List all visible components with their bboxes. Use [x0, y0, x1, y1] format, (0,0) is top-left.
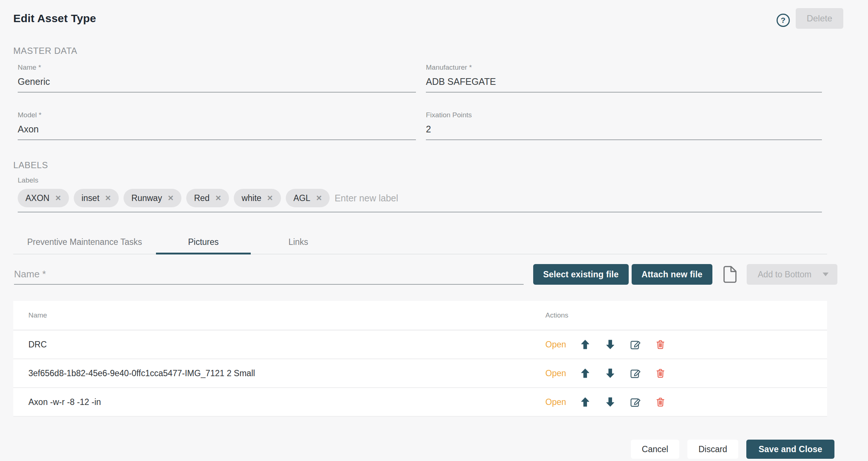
tab-links[interactable]: Links [251, 230, 346, 254]
question-mark-glyph: ? [781, 16, 785, 25]
master-data-form: Name * Generic Manufacturer * ADB SAFEGA… [18, 63, 868, 140]
label-chip: AXON ✕ [18, 189, 69, 207]
header-actions: ? Delete [777, 8, 843, 29]
table-header-row: Name Actions [13, 301, 827, 330]
page-title: Edit Asset Type [13, 12, 96, 25]
new-label-input[interactable] [334, 189, 822, 207]
delete-row-icon[interactable] [655, 396, 666, 408]
labels-chips-row: AXON ✕ inset ✕ Runway ✕ Red ✕ white ✕ AG… [18, 189, 822, 212]
row-actions: Open [545, 396, 827, 408]
add-to-bottom-label: Add to Bottom [758, 270, 812, 280]
remove-chip-icon[interactable]: ✕ [215, 194, 221, 202]
edit-icon[interactable] [629, 367, 641, 379]
select-existing-file-button[interactable]: Select existing file [533, 264, 629, 285]
move-down-icon[interactable] [604, 367, 616, 379]
master-data-section-title: MASTER DATA [13, 46, 868, 56]
table-row: Axon -w-r -8 -12 -in Open [13, 388, 827, 417]
picture-name: Axon -w-r -8 -12 -in [28, 397, 545, 407]
fixation-points-field-label: Fixation Points [426, 111, 822, 119]
move-up-icon[interactable] [579, 367, 591, 379]
label-chip-text: inset [81, 193, 100, 203]
attach-new-file-button[interactable]: Attach new file [632, 264, 712, 285]
label-chip: AGL ✕ [286, 189, 330, 207]
labels-section-title: LABELS [13, 160, 868, 170]
discard-button[interactable]: Discard [687, 440, 738, 459]
table-row: 3ef656d8-1b82-45e6-9e40-0ffc1cca5477-IMG… [13, 359, 827, 388]
page-header: Edit Asset Type ? Delete [0, 0, 868, 31]
manufacturer-field-value[interactable]: ADB SAFEGATE [426, 76, 822, 93]
picture-name-input[interactable] [14, 264, 524, 285]
move-down-icon[interactable] [604, 339, 616, 350]
label-chip: inset ✕ [74, 189, 119, 207]
name-field[interactable]: Name * Generic [18, 63, 416, 93]
remove-chip-icon[interactable]: ✕ [316, 194, 322, 202]
label-chip: Runway ✕ [124, 189, 181, 207]
move-down-icon[interactable] [604, 396, 616, 408]
tab-bar: Preventive Maintenance Tasks Pictures Li… [13, 230, 827, 254]
save-and-close-button[interactable]: Save and Close [746, 440, 834, 459]
column-header-name: Name [28, 311, 545, 319]
move-up-icon[interactable] [579, 396, 591, 408]
manufacturer-field[interactable]: Manufacturer * ADB SAFEGATE [426, 63, 822, 93]
table-row: DRC Open [13, 330, 827, 359]
row-actions: Open [545, 339, 827, 350]
delete-row-icon[interactable] [655, 339, 666, 350]
pictures-toolbar: Select existing file Attach new file Add… [14, 264, 868, 285]
model-field-value[interactable]: Axon [18, 124, 416, 140]
cancel-button[interactable]: Cancel [631, 440, 680, 459]
column-header-actions: Actions [545, 311, 827, 319]
fixation-points-field[interactable]: Fixation Points 2 [426, 111, 822, 140]
remove-chip-icon[interactable]: ✕ [167, 194, 174, 202]
move-up-icon[interactable] [579, 339, 591, 350]
tab-preventive-maintenance-tasks[interactable]: Preventive Maintenance Tasks [13, 230, 156, 254]
open-link[interactable]: Open [545, 368, 566, 378]
label-chip-text: white [242, 193, 261, 203]
footer-actions: Cancel Discard Save and Close [0, 440, 868, 459]
delete-button[interactable]: Delete [796, 8, 843, 29]
labels-field-label: Labels [18, 176, 868, 184]
manufacturer-field-label: Manufacturer * [426, 63, 822, 72]
file-icon [723, 265, 737, 284]
tab-pictures[interactable]: Pictures [156, 230, 251, 254]
remove-chip-icon[interactable]: ✕ [267, 194, 273, 202]
label-chip: Red ✕ [186, 189, 229, 207]
chevron-down-icon [823, 273, 829, 276]
help-icon[interactable]: ? [777, 14, 790, 27]
name-field-value[interactable]: Generic [18, 76, 416, 93]
add-to-bottom-dropdown[interactable]: Add to Bottom [747, 264, 837, 285]
picture-name: DRC [28, 340, 545, 350]
delete-row-icon[interactable] [655, 367, 666, 379]
open-link[interactable]: Open [545, 397, 566, 407]
remove-chip-icon[interactable]: ✕ [105, 194, 111, 202]
row-actions: Open [545, 367, 827, 379]
model-field-label: Model * [18, 111, 416, 119]
pictures-table: Name Actions DRC Open [13, 301, 827, 417]
name-field-label: Name * [18, 63, 416, 72]
label-chip: white ✕ [234, 189, 281, 207]
picture-name: 3ef656d8-1b82-45e6-9e40-0ffc1cca5477-IMG… [28, 368, 545, 378]
edit-icon[interactable] [629, 396, 641, 408]
edit-icon[interactable] [629, 339, 641, 350]
open-link[interactable]: Open [545, 340, 566, 350]
fixation-points-field-value[interactable]: 2 [426, 124, 822, 140]
label-chip-text: AXON [25, 193, 49, 203]
label-chip-text: Runway [131, 193, 162, 203]
label-chip-text: AGL [294, 193, 310, 203]
model-field[interactable]: Model * Axon [18, 111, 416, 140]
remove-chip-icon[interactable]: ✕ [55, 194, 61, 202]
label-chip-text: Red [194, 193, 209, 203]
